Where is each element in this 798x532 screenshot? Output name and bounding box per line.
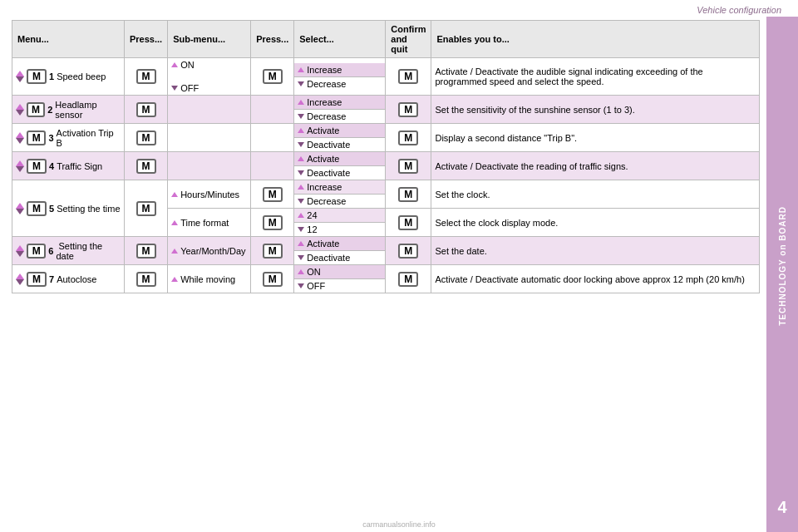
submenu-cell-7: While moving (168, 265, 251, 293)
tri-up-whilemoving (171, 277, 178, 282)
press-cell-1b[interactable]: M (251, 58, 294, 96)
select-24: 24 (307, 210, 317, 220)
header-submenu: Sub-menu... (168, 21, 251, 58)
press-cell-2[interactable]: M (125, 96, 168, 124)
press-cell-7[interactable]: M (125, 265, 168, 293)
tri-up-activate-4 (298, 156, 304, 161)
submenu-off: OFF (180, 83, 199, 93)
m-confirm-1[interactable]: M (398, 69, 418, 84)
m-confirm-7[interactable]: M (398, 272, 418, 287)
m-confirm-5a[interactable]: M (398, 187, 418, 202)
table-row: M 1 Speed beep M ON (12, 58, 760, 96)
select-cell-5b-down: 12 (294, 223, 386, 237)
select-deactivate-4: Deactivate (307, 168, 350, 178)
select-decrease-1: Decrease (307, 79, 346, 89)
menu-cell-7: M 7 Autoclose (12, 265, 125, 293)
m-press-7b[interactable]: M (263, 272, 283, 287)
m-button-2[interactable]: M (27, 102, 45, 117)
m-press-1b[interactable]: M (263, 69, 283, 84)
nav-control-5[interactable] (16, 203, 24, 214)
press-cell-4[interactable]: M (125, 152, 168, 180)
submenu-cell-5b: Time format (168, 209, 251, 237)
confirm-cell-1[interactable]: M (386, 58, 431, 96)
confirm-cell-4[interactable]: M (386, 152, 431, 180)
m-confirm-4[interactable]: M (398, 159, 418, 174)
press-cell-5a[interactable]: M (251, 180, 294, 209)
tri-down-deactivate-4 (298, 170, 304, 175)
menu-label-1: Speed beep (57, 71, 106, 81)
m-press-5a[interactable]: M (263, 187, 283, 202)
m-press-6[interactable]: M (136, 244, 156, 259)
m-button-5[interactable]: M (27, 201, 47, 216)
content-area: Menu... Press... Sub-menu... Press... Se… (0, 17, 766, 532)
press-cell-6b[interactable]: M (251, 237, 294, 265)
menu-cell-3: M 3 Activation Trip B (12, 124, 125, 152)
m-press-5[interactable]: M (136, 201, 156, 216)
m-button-4[interactable]: M (27, 159, 47, 174)
submenu-ymd: Year/Month/Day (180, 246, 245, 256)
m-button-3[interactable]: M (27, 131, 46, 145)
press-cell-1[interactable]: M (125, 58, 168, 96)
select-cell-5a-down: Decrease (294, 195, 386, 209)
m-press-4[interactable]: M (136, 159, 156, 174)
m-button-6[interactable]: M (27, 244, 46, 259)
select-cell-4: Activate Deactivate (294, 152, 386, 180)
m-press-1[interactable]: M (136, 69, 156, 84)
nav-control-4[interactable] (16, 160, 24, 172)
menu-num-6: 6 (48, 246, 53, 256)
press-cell-5b[interactable]: M (251, 209, 294, 237)
watermark: carmanualsonline.info (362, 520, 436, 529)
menu-label-2: Headlamp sensor (55, 100, 121, 120)
header-menu: Menu... (12, 21, 125, 58)
tri-up-on-7 (298, 269, 304, 274)
confirm-cell-6[interactable]: M (386, 237, 431, 265)
tri-down-off (171, 86, 178, 91)
select-deactivate-6: Deactivate (307, 253, 350, 263)
confirm-cell-5b[interactable]: M (386, 209, 431, 237)
select-increase-1: Increase (307, 65, 342, 75)
page-title: Vehicle configuration (697, 5, 781, 15)
nav-control-1[interactable] (16, 71, 24, 82)
confirm-cell-5a[interactable]: M (386, 180, 431, 209)
m-press-5b[interactable]: M (263, 215, 283, 230)
select-cell-6: Activate Deactivate (294, 237, 386, 265)
menu-label-5: Setting the time (57, 204, 120, 214)
press-cell-6[interactable]: M (125, 237, 168, 265)
confirm-cell-7[interactable]: M (386, 265, 431, 293)
m-confirm-6[interactable]: M (398, 244, 418, 259)
tri-up-increase-2 (298, 100, 304, 105)
config-table: Menu... Press... Sub-menu... Press... Se… (12, 20, 760, 293)
m-press-3[interactable]: M (136, 131, 156, 145)
press-cell-3[interactable]: M (125, 124, 168, 152)
tri-up-activate-3 (298, 128, 304, 133)
press-cell-7b[interactable]: M (251, 265, 294, 293)
submenu-cell-4 (168, 152, 251, 180)
m-confirm-5b[interactable]: M (398, 215, 418, 230)
press-cell-5[interactable]: M (125, 180, 168, 237)
menu-label-6: Setting the date (56, 241, 121, 261)
header-press1: Press... (125, 21, 168, 58)
tri-up-on (171, 62, 178, 67)
enables-cell-3: Display a second distance "Trip B". (431, 124, 760, 152)
nav-control-3[interactable] (16, 132, 24, 144)
nav-control-2[interactable] (16, 104, 24, 116)
enables-cell-6: Set the date. (431, 237, 760, 265)
select-decrease-5: Decrease (307, 196, 346, 206)
confirm-cell-2[interactable]: M (386, 96, 431, 124)
confirm-cell-3[interactable]: M (386, 124, 431, 152)
tri-up-24 (298, 213, 304, 218)
select-activate-3: Activate (307, 126, 339, 135)
m-button-7[interactable]: M (27, 272, 47, 287)
tri-down-dec-5 (298, 199, 304, 204)
header-enables: Enables you to... (431, 21, 760, 58)
nav-control-6[interactable] (16, 245, 24, 257)
m-press-7[interactable]: M (136, 272, 156, 287)
m-confirm-2[interactable]: M (398, 102, 418, 117)
m-confirm-3[interactable]: M (398, 131, 418, 145)
select-cell-1: Increase Decrease (294, 58, 386, 96)
menu-cell-1: M 1 Speed beep (12, 58, 125, 96)
nav-control-7[interactable] (16, 273, 24, 285)
m-press-2[interactable]: M (136, 102, 156, 117)
m-press-6b[interactable]: M (263, 244, 283, 259)
m-button-1[interactable]: M (27, 69, 47, 84)
